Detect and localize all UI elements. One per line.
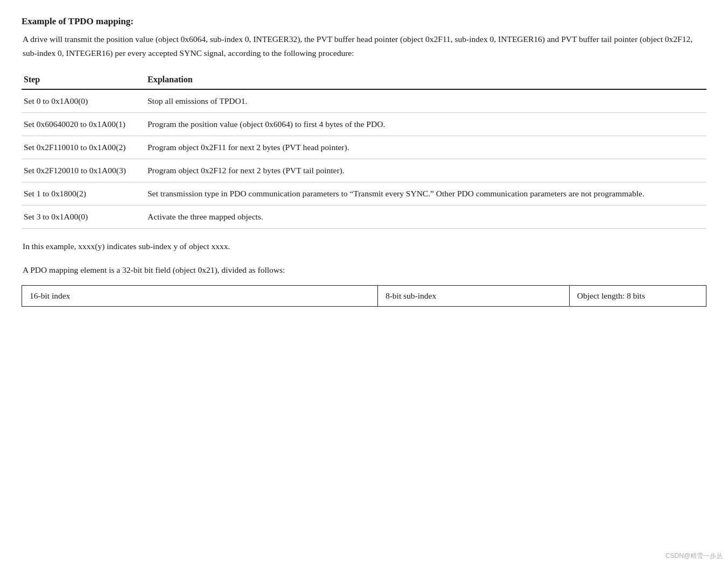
table-row: Set 1 to 0x1800(2)Set transmission type …	[22, 182, 706, 206]
table-row: Set 3 to 0x1A00(0)Activate the three map…	[22, 206, 706, 229]
bit-col-subindex: 8-bit sub-index	[377, 286, 569, 307]
bit-col-index: 16-bit index	[22, 286, 378, 307]
step-cell: Set 0x2F110010 to 0x1A00(2)	[22, 136, 145, 159]
table-row: Set 0x2F120010 to 0x1A00(3)Program objec…	[22, 159, 706, 182]
explanation-cell: Program object 0x2F11 for next 2 bytes (…	[145, 136, 706, 159]
page-title: Example of TPDO mapping:	[22, 16, 706, 27]
table-row: Set 0 to 0x1A00(0)Stop all emissions of …	[22, 89, 706, 113]
explanation-cell: Program object 0x2F12 for next 2 bytes (…	[145, 159, 706, 182]
col-explanation-header: Explanation	[145, 72, 706, 89]
col-step-header: Step	[22, 72, 145, 89]
explanation-cell: Activate the three mapped objects.	[145, 206, 706, 229]
table-row: Set 0x60640020 to 0x1A00(1)Program the p…	[22, 113, 706, 136]
step-cell: Set 0x60640020 to 0x1A00(1)	[22, 113, 145, 136]
step-cell: Set 0 to 0x1A00(0)	[22, 89, 145, 113]
intro-paragraph: A drive will transmit the position value…	[22, 32, 706, 60]
table-row: Set 0x2F110010 to 0x1A00(2)Program objec…	[22, 136, 706, 159]
explanation-cell: Stop all emissions of TPDO1.	[145, 89, 706, 113]
bit-field-table: 16-bit index 8-bit sub-index Object leng…	[22, 285, 706, 307]
steps-table: Step Explanation Set 0 to 0x1A00(0)Stop …	[22, 72, 706, 229]
step-cell: Set 3 to 0x1A00(0)	[22, 206, 145, 229]
watermark: CSDN@精雪一步丛	[666, 551, 723, 561]
footer-note-1: In this example, xxxx(y) indicates sub-i…	[22, 239, 706, 253]
footer-note-2: A PDO mapping element is a 32-bit bit fi…	[22, 263, 706, 277]
step-cell: Set 0x2F120010 to 0x1A00(3)	[22, 159, 145, 182]
step-cell: Set 1 to 0x1800(2)	[22, 182, 145, 206]
explanation-cell: Set transmission type in PDO communicati…	[145, 182, 706, 206]
explanation-cell: Program the position value (object 0x606…	[145, 113, 706, 136]
bit-col-length: Object length: 8 bits	[569, 286, 706, 307]
